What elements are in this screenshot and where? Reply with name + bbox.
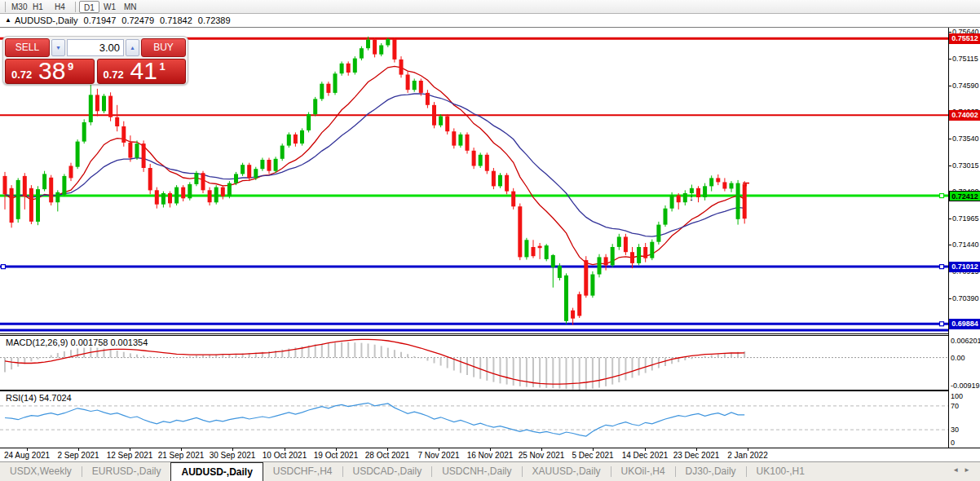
tab-audusd-daily[interactable]: AUDUSD-,Daily: [170, 462, 263, 481]
ohlc-high: 0.72479: [121, 15, 154, 25]
level-line-handle[interactable]: [2, 265, 6, 269]
price-axis-tick: 0.73540: [949, 135, 980, 143]
price-axis-tick: 0.74590: [949, 82, 980, 90]
level-line-handle[interactable]: [940, 194, 944, 198]
ohlc-low: 0.71842: [160, 15, 192, 25]
date-axis-label: 12 Sep 2021: [107, 451, 153, 460]
fast-ma-line: [5, 66, 744, 264]
rsi-axis-tick: 100: [951, 392, 980, 400]
sell-price-pip: 9: [68, 60, 73, 73]
rsi-pane[interactable]: RSI(14) 54.7024: [0, 391, 948, 448]
rsi-svg[interactable]: [0, 391, 948, 448]
buy-button[interactable]: BUY: [141, 38, 186, 57]
tab-usdx-weekly[interactable]: USDX,Weekly: [0, 462, 82, 481]
date-axis-label: 19 Oct 2021: [314, 451, 358, 460]
symbol-tab-bar: USDX,WeeklyEURUSD-,DailyAUDUSD-,DailyUSD…: [0, 461, 980, 481]
date-axis-label: 10 Oct 2021: [263, 451, 307, 460]
date-axis-label: 5 Dec 2021: [572, 451, 613, 460]
tab-eurusd-daily[interactable]: EURUSD-,Daily: [82, 462, 171, 481]
down-arrow-marker[interactable]: ↓: [689, 192, 694, 202]
chart-region: ↓ MACD(12,26,9) 0.001758 0.001354 RSI(14…: [0, 27, 980, 461]
buy-price-big: 41: [130, 57, 157, 85]
chart-symbol-label: AUDUSD-,Daily: [15, 15, 78, 25]
macd-axis-tick: -0.00919: [951, 382, 980, 390]
price-level-badge: 0.74002: [949, 110, 980, 121]
sell-price-prefix: 0.72: [11, 68, 32, 81]
timeframe-mn-button[interactable]: MN: [120, 1, 141, 13]
scroll-right-icon[interactable]: ►: [964, 466, 975, 474]
price-axis-tick: 0.75115: [949, 55, 980, 63]
price-axis-tick: 0.71965: [949, 214, 980, 223]
level-line-handle[interactable]: [940, 322, 944, 326]
one-click-trading-widget: SELL ▼ ▲ BUY 0.72 38 9 0.72 41 1: [2, 36, 188, 85]
macd-indicator-label: MACD(12,26,9) 0.001758 0.001354: [6, 338, 148, 347]
price-axis-tick: 0.70390: [949, 294, 980, 302]
sell-price-box[interactable]: 0.72 38 9: [5, 59, 95, 84]
rsi-indicator-label: RSI(14) 54.7024: [6, 393, 72, 403]
date-axis-label: 21 Sep 2021: [158, 451, 205, 460]
tab-xauusd-daily[interactable]: XAUUSD-,Daily: [523, 462, 611, 481]
tab-dj30-daily[interactable]: DJ30-,Daily: [676, 462, 746, 481]
date-axis-label: 14 Dec 2021: [622, 451, 669, 460]
buy-price-box[interactable]: 0.72 41 1: [97, 59, 187, 84]
toolbar-divider: [5, 2, 6, 12]
price-axis-tick: 0.71440: [949, 240, 980, 249]
volume-increase-button[interactable]: ▲: [126, 39, 139, 56]
date-axis-label: 2 Sep 2021: [57, 451, 99, 460]
timeframe-d1-button[interactable]: D1: [79, 1, 99, 13]
level-line-handle[interactable]: [940, 265, 944, 269]
date-axis-label: 30 Sep 2021: [210, 451, 256, 460]
buy-price-prefix: 0.72: [104, 68, 124, 81]
buy-price-pip: 1: [160, 60, 166, 73]
date-axis-label: 7 Nov 2021: [417, 451, 459, 460]
price-axis-tick: 0.73015: [949, 161, 980, 170]
timeframe-h4-button[interactable]: H4: [51, 1, 69, 13]
timeframe-toolbar: M30 H1 H4 D1 W1 MN: [0, 0, 980, 14]
price-level-badge: 0.75512: [949, 33, 980, 44]
date-axis-label: 28 Oct 2021: [365, 451, 409, 460]
timeframe-h1-button[interactable]: H1: [29, 1, 47, 13]
volume-decrease-button[interactable]: ▼: [51, 39, 65, 56]
rsi-axis-tick: 70: [951, 402, 980, 410]
price-level-badge: 0.71012: [949, 262, 980, 272]
scroll-left-icon[interactable]: ◄: [952, 466, 964, 474]
macd-pane[interactable]: MACD(12,26,9) 0.001758 0.001354: [0, 336, 948, 390]
tab-usdchf-h4[interactable]: USDCHF-,H4: [263, 462, 342, 481]
sell-button[interactable]: SELL: [5, 38, 50, 57]
chevron-down-icon: ▼: [55, 45, 61, 51]
macd-axis-tick: 0.00: [951, 354, 980, 362]
volume-input[interactable]: [67, 39, 124, 56]
price-axis[interactable]: 0.756400.751150.745900.740650.735400.730…: [948, 28, 980, 448]
tab-uk100-h1[interactable]: UK100-,H1: [747, 462, 814, 481]
date-axis-label: 25 Nov 2021: [519, 451, 565, 460]
date-axis-label: 16 Nov 2021: [467, 451, 514, 460]
sell-price-big: 38: [38, 57, 65, 85]
macd-axis-tick: 0.006201: [951, 337, 980, 345]
tab-scroll-arrows: ◄►: [952, 466, 975, 474]
chart-title-row: ▲AUDUSD-,Daily0.719470.724790.718420.723…: [0, 15, 980, 27]
date-axis-label: 2 Jan 2022: [727, 451, 768, 460]
rsi-axis-tick: 30: [951, 426, 980, 434]
date-axis-label: 24 Aug 2021: [4, 451, 50, 460]
rsi-line: [5, 403, 744, 436]
toolbar-divider: [75, 2, 76, 12]
ohlc-open: 0.71947: [84, 15, 117, 25]
price-level-badge: 0.69884: [949, 319, 980, 329]
timeframe-w1-button[interactable]: W1: [99, 1, 120, 13]
tab-ukoil-h4[interactable]: UKOil-,H4: [611, 462, 675, 481]
tab-usdcnh-daily[interactable]: USDCNH-,Daily: [432, 462, 521, 481]
chevron-up-icon: ▲: [130, 45, 135, 51]
tab-usdcad-daily[interactable]: USDCAD-,Daily: [343, 462, 432, 481]
ohlc-close: 0.72389: [198, 15, 231, 25]
price-level-badge: 0.72412: [949, 191, 980, 201]
symbol-marker-icon: ▲: [5, 16, 11, 24]
rsi-axis-tick: 0: [951, 439, 980, 447]
date-axis-label: 23 Dec 2021: [673, 451, 720, 460]
